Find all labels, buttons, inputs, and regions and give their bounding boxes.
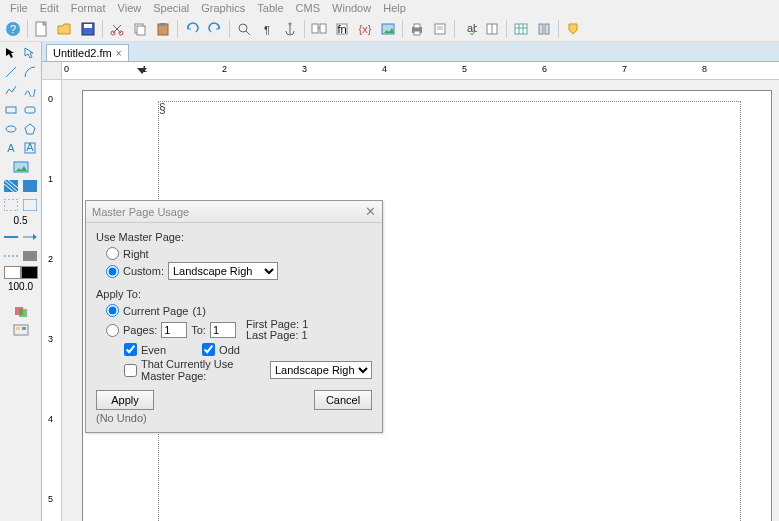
variable-icon[interactable]: {x} <box>354 18 376 40</box>
oval-tool-icon[interactable] <box>3 120 20 137</box>
menu-window[interactable]: Window <box>328 2 375 14</box>
rect-tool-icon[interactable] <box>3 101 20 118</box>
svg-rect-14 <box>312 24 318 33</box>
lineend-icon[interactable] <box>22 228 39 245</box>
smart-select-icon[interactable] <box>22 44 39 61</box>
that-use-select[interactable]: Landscape Righ <box>270 361 372 379</box>
even-checkbox[interactable] <box>124 343 137 356</box>
fill-pattern-icon[interactable] <box>3 177 20 194</box>
color-white-swatch[interactable] <box>4 266 21 279</box>
svg-text:{x}: {x} <box>359 23 372 35</box>
to-label: To: <box>191 324 206 336</box>
svg-point-44 <box>17 165 19 167</box>
table-icon[interactable] <box>510 18 532 40</box>
fill-solid-icon[interactable] <box>22 177 39 194</box>
apply-button[interactable]: Apply <box>96 390 154 410</box>
master-page-usage-dialog: Master Page Usage ✕ Use Master Page: Rig… <box>85 200 383 433</box>
close-icon[interactable]: × <box>116 48 122 59</box>
freehand-tool-icon[interactable] <box>22 82 39 99</box>
close-icon[interactable]: ✕ <box>365 204 376 219</box>
menu-file[interactable]: File <box>6 2 32 14</box>
select-tool-icon[interactable] <box>3 44 20 61</box>
page-range-info: First Page: 1 Last Page: 1 <box>246 319 308 341</box>
pen-solid-icon[interactable] <box>22 196 39 213</box>
preview-icon[interactable] <box>429 18 451 40</box>
svg-point-39 <box>6 126 16 132</box>
menu-edit[interactable]: Edit <box>36 2 63 14</box>
anchor-icon[interactable] <box>279 18 301 40</box>
svg-line-36 <box>6 67 16 77</box>
spellcheck-icon[interactable]: abc <box>458 18 480 40</box>
svg-text:A: A <box>26 142 34 153</box>
pen-pattern-icon[interactable] <box>3 196 20 213</box>
svg-text:¶: ¶ <box>264 24 270 36</box>
pages-to-input[interactable] <box>210 322 236 338</box>
svg-rect-56 <box>16 327 20 330</box>
svg-rect-8 <box>137 26 145 35</box>
undo-icon[interactable] <box>181 18 203 40</box>
menu-table[interactable]: Table <box>253 2 287 14</box>
svg-rect-46 <box>23 180 37 192</box>
svg-text:?: ? <box>10 23 16 35</box>
menu-help[interactable]: Help <box>379 2 410 14</box>
linestyle-icon[interactable] <box>3 228 20 245</box>
current-page-radio[interactable] <box>106 304 119 317</box>
svg-rect-10 <box>160 23 166 26</box>
menu-format[interactable]: Format <box>67 2 110 14</box>
menu-view[interactable]: View <box>114 2 146 14</box>
menu-graphics[interactable]: Graphics <box>197 2 249 14</box>
pages-from-input[interactable] <box>161 322 187 338</box>
textframe-tool-icon[interactable]: A <box>22 139 39 156</box>
tabbar: Untitled2.fm × <box>42 42 779 62</box>
pages-radio[interactable] <box>106 324 119 337</box>
image-icon[interactable] <box>377 18 399 40</box>
image-place-icon[interactable] <box>3 158 39 175</box>
overprint-icon[interactable] <box>3 302 39 319</box>
svg-rect-35 <box>545 24 549 34</box>
document-tab[interactable]: Untitled2.fm × <box>46 44 129 61</box>
footnote-icon[interactable]: fn <box>331 18 353 40</box>
tint-icon[interactable] <box>22 247 39 264</box>
thesaurus-icon[interactable] <box>481 18 503 40</box>
apply-to-label: Apply To: <box>96 288 372 300</box>
menu-cms[interactable]: CMS <box>292 2 324 14</box>
char-icon[interactable]: ¶ <box>256 18 278 40</box>
find-icon[interactable] <box>233 18 255 40</box>
cols-icon[interactable] <box>533 18 555 40</box>
new-icon[interactable] <box>31 18 53 40</box>
help-icon[interactable]: ? <box>2 18 24 40</box>
toolbar: ? ¶ fn {x} abc <box>0 16 779 42</box>
save-icon[interactable] <box>77 18 99 40</box>
svg-point-20 <box>385 26 388 29</box>
open-icon[interactable] <box>54 18 76 40</box>
svg-rect-23 <box>414 31 420 35</box>
paste-icon[interactable] <box>152 18 174 40</box>
dashstyle-icon[interactable] <box>3 247 20 264</box>
right-radio[interactable] <box>106 247 119 260</box>
that-use-checkbox-label: That Currently Use Master Page: <box>141 358 266 382</box>
current-page-radio-label: Current Page <box>123 305 188 317</box>
svg-rect-47 <box>4 199 18 211</box>
color-black-swatch[interactable] <box>21 266 38 279</box>
custom-master-select[interactable]: Landscape Righ <box>168 262 278 280</box>
cancel-button[interactable]: Cancel <box>314 390 372 410</box>
marker-icon[interactable] <box>562 18 584 40</box>
copy-icon[interactable] <box>129 18 151 40</box>
redo-icon[interactable] <box>204 18 226 40</box>
graphics-panel-icon[interactable] <box>3 321 39 338</box>
custom-radio[interactable] <box>106 265 119 278</box>
xref-icon[interactable] <box>308 18 330 40</box>
cut-icon[interactable] <box>106 18 128 40</box>
textline-tool-icon[interactable]: A <box>3 139 20 156</box>
line-tool-icon[interactable] <box>3 63 20 80</box>
svg-rect-52 <box>23 251 37 261</box>
odd-checkbox[interactable] <box>202 343 215 356</box>
print-icon[interactable] <box>406 18 428 40</box>
polyline-tool-icon[interactable] <box>3 82 20 99</box>
arc-tool-icon[interactable] <box>22 63 39 80</box>
menu-special[interactable]: Special <box>149 2 193 14</box>
right-radio-label: Right <box>123 248 149 260</box>
that-use-checkbox[interactable] <box>124 364 137 377</box>
roundrect-tool-icon[interactable] <box>22 101 39 118</box>
polygon-tool-icon[interactable] <box>22 120 39 137</box>
